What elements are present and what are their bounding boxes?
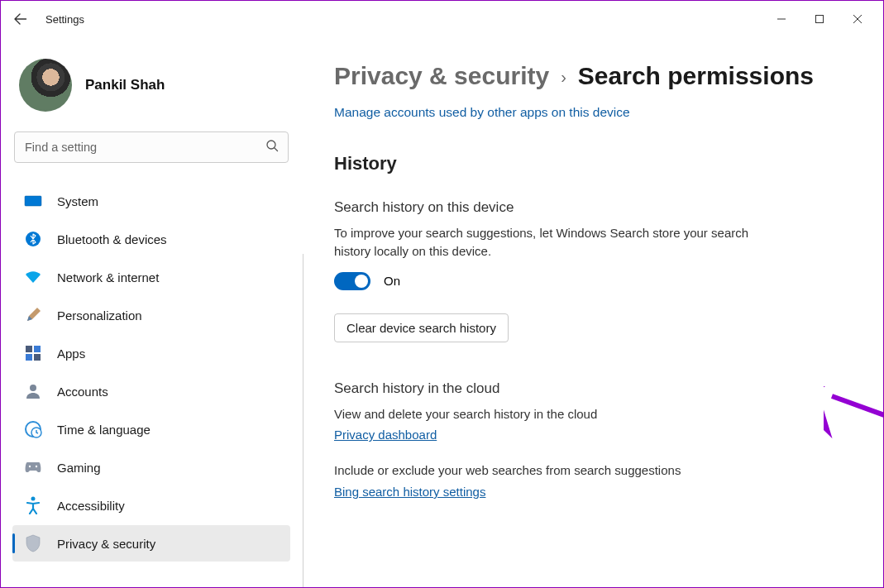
nav-list: System Bluetooth & devices Network & int…	[11, 174, 292, 587]
bluetooth-icon	[24, 230, 42, 248]
history-toggle-row: On	[334, 272, 867, 290]
svg-point-14	[31, 497, 36, 501]
back-button[interactable]	[7, 6, 34, 32]
chevron-right-icon: ›	[561, 68, 566, 87]
sidebar-item-label: Accounts	[57, 385, 108, 399]
svg-line-15	[832, 396, 883, 477]
page-title: Search permissions	[578, 62, 814, 90]
sidebar-item-label: Accessibility	[57, 499, 125, 513]
sidebar-item-label: System	[57, 194, 98, 208]
avatar	[19, 59, 72, 112]
sidebar-item-label: Bluetooth & devices	[57, 232, 167, 246]
svg-rect-5	[26, 346, 32, 352]
minimize-button[interactable]	[762, 7, 800, 31]
paintbrush-icon	[24, 306, 42, 324]
sidebar-item-gaming[interactable]: Gaming	[12, 449, 290, 485]
sidebar-item-time-language[interactable]: Time & language	[12, 411, 290, 447]
privacy-dashboard-link[interactable]: Privacy dashboard	[334, 428, 437, 442]
device-history-heading: Search history on this device	[334, 199, 867, 216]
breadcrumb-parent[interactable]: Privacy & security	[334, 62, 549, 90]
main-content: Privacy & security › Search permissions …	[302, 37, 883, 587]
svg-rect-7	[26, 354, 32, 361]
sidebar-item-label: Apps	[57, 347, 85, 361]
svg-rect-6	[34, 346, 41, 352]
svg-rect-0	[816, 16, 824, 23]
sidebar-item-personalization[interactable]: Personalization	[12, 297, 290, 333]
sidebar-item-system[interactable]: System	[12, 183, 290, 219]
include-exclude-desc: Include or exclude your web searches fro…	[334, 461, 781, 480]
breadcrumb: Privacy & security › Search permissions	[334, 62, 867, 90]
sidebar-item-network[interactable]: Network & internet	[12, 259, 290, 295]
sidebar-item-label: Time & language	[57, 423, 151, 437]
back-arrow-icon	[14, 12, 27, 26]
svg-point-9	[30, 385, 36, 391]
sidebar-item-apps[interactable]: Apps	[12, 335, 290, 371]
person-icon	[24, 382, 42, 400]
annotation-arrow-icon	[824, 386, 883, 494]
svg-point-1	[267, 141, 275, 149]
sidebar: Pankil Shah System Bluetooth & devices N…	[1, 37, 302, 587]
titlebar: Settings	[1, 1, 883, 37]
gamepad-icon	[24, 458, 42, 476]
accessibility-icon	[24, 496, 42, 514]
svg-point-13	[36, 466, 37, 467]
shield-icon	[24, 534, 42, 552]
sidebar-item-accounts[interactable]: Accounts	[12, 373, 290, 409]
device-history-desc: To improve your search suggestions, let …	[334, 224, 781, 261]
svg-rect-2	[25, 196, 41, 206]
close-button[interactable]	[839, 7, 877, 31]
search-icon	[265, 139, 279, 155]
toggle-state-label: On	[384, 274, 400, 288]
system-icon	[24, 192, 42, 210]
search-wrap	[14, 131, 289, 163]
sidebar-item-bluetooth[interactable]: Bluetooth & devices	[12, 221, 290, 257]
apps-icon	[24, 344, 42, 362]
manage-accounts-link[interactable]: Manage accounts used by other apps on th…	[334, 105, 630, 120]
maximize-button[interactable]	[800, 7, 839, 31]
sidebar-item-label: Network & internet	[57, 270, 159, 284]
clear-history-button[interactable]: Clear device search history	[334, 313, 509, 342]
svg-rect-8	[34, 354, 41, 361]
cloud-history-heading: Search history in the cloud	[334, 380, 867, 397]
search-input[interactable]	[14, 131, 289, 163]
window-controls	[762, 7, 877, 31]
vertical-divider	[303, 254, 303, 587]
profile-name: Pankil Shah	[85, 77, 165, 93]
sidebar-item-label: Gaming	[57, 461, 101, 475]
window-title: Settings	[45, 13, 84, 26]
sidebar-item-privacy-security[interactable]: Privacy & security	[12, 525, 290, 562]
svg-point-12	[29, 466, 31, 467]
history-toggle[interactable]	[334, 272, 370, 290]
section-history-heading: History	[334, 153, 867, 174]
cloud-history-desc: View and delete your search history in t…	[334, 405, 781, 423]
wifi-icon	[24, 268, 42, 286]
sidebar-item-label: Personalization	[57, 308, 142, 323]
sidebar-item-label: Privacy & security	[57, 537, 155, 551]
globe-clock-icon	[24, 420, 42, 438]
sidebar-item-accessibility[interactable]: Accessibility	[12, 487, 290, 523]
profile-block[interactable]: Pankil Shah	[11, 52, 292, 131]
bing-history-link[interactable]: Bing search history settings	[334, 485, 485, 499]
